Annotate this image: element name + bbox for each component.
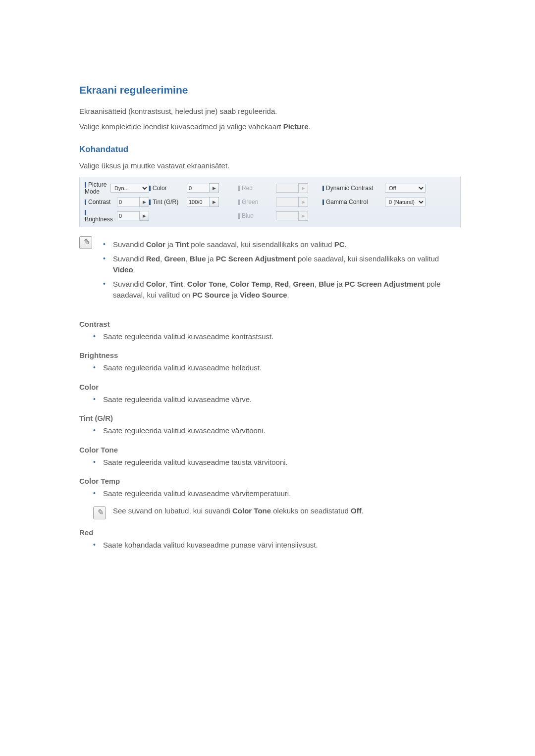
arrow-right-icon[interactable]: ▶ [139,197,149,207]
def-brightness-text: Saate reguleerida valitud kuvaseadme hel… [93,362,461,374]
def-color-text: Saate reguleerida valitud kuvaseadme vär… [93,394,461,405]
note-2: Suvandid Red, Green, Blue ja PC Screen A… [103,253,461,276]
def-colortemp-text: Saate reguleerida valitud kuvaseadme vär… [93,488,461,500]
label-red: Red [238,185,273,192]
def-contrast-title: Contrast [79,320,461,328]
def-colortone-title: Color Tone [79,446,461,454]
arrow-right-icon: ▶ [298,197,308,207]
settings-panel: Picture Mode Dyn... Color ▶ Red ▶ Dynami… [79,177,461,227]
contrast-input[interactable]: ▶ [117,197,149,207]
color-input[interactable]: ▶ [187,183,219,193]
def-colortone-text: Saate reguleerida valitud kuvaseadme tau… [93,457,461,468]
arrow-right-icon: ▶ [298,211,308,221]
arrow-right-icon[interactable]: ▶ [139,211,149,221]
def-color-title: Color [79,383,461,391]
intro-text-2: Valige komplektide loendist kuvaseadmed … [79,122,461,131]
def-tint-title: Tint (G/R) [79,414,461,422]
label-brightness: Brightness [85,209,114,223]
note-3: Suvandid Color, Tint, Color Tone, Color … [103,279,461,301]
label-gamma: Gamma Control [322,199,382,205]
def-red-title: Red [79,528,461,537]
tint-input[interactable]: ▶ [187,197,219,207]
custom-desc: Valige üksus ja muutke vastavat ekraanis… [79,161,461,170]
label-picture-mode: Picture Mode [85,181,107,195]
def-tint-text: Saate reguleerida valitud kuvaseadme vär… [93,425,461,437]
intro-text-1: Ekraanisätteid (kontrastsust, heledust j… [79,107,461,115]
label-green: Green [238,199,273,205]
picture-mode-select[interactable]: Dyn... [110,184,149,193]
gamma-select[interactable]: 0 (Natural) [385,198,426,206]
arrow-right-icon[interactable]: ▶ [209,183,219,193]
pencil-icon: ✎ [93,506,106,519]
arrow-right-icon: ▶ [298,183,308,193]
def-contrast-text: Saate reguleerida valitud kuvaseadme kon… [93,331,461,343]
page-title: Ekraani reguleerimine [79,84,461,96]
availability-notes: Suvandid Color ja Tint pole saadaval, ku… [98,236,461,304]
dynamic-contrast-select[interactable]: Off [385,184,426,193]
label-contrast: Contrast [85,199,114,205]
blue-input: ▶ [276,211,308,221]
def-colortemp-title: Color Temp [79,477,461,485]
def-brightness-title: Brightness [79,351,461,359]
label-tint: Tint (G/R) [149,199,184,205]
label-dynamic-contrast: Dynamic Contrast [322,185,382,192]
note-1: Suvandid Color ja Tint pole saadaval, ku… [103,239,461,251]
label-blue: Blue [238,212,273,219]
red-input: ▶ [276,183,308,193]
green-input: ▶ [276,197,308,207]
colortemp-note: See suvand on lubatud, kui suvandi Color… [113,506,364,515]
brightness-input[interactable]: ▶ [117,211,149,221]
custom-heading: Kohandatud [79,145,461,154]
pencil-icon: ✎ [79,236,92,249]
label-color: Color [149,185,184,192]
arrow-right-icon[interactable]: ▶ [209,197,219,207]
def-red-text: Saate kohandada valitud kuvaseadme punas… [93,540,461,551]
